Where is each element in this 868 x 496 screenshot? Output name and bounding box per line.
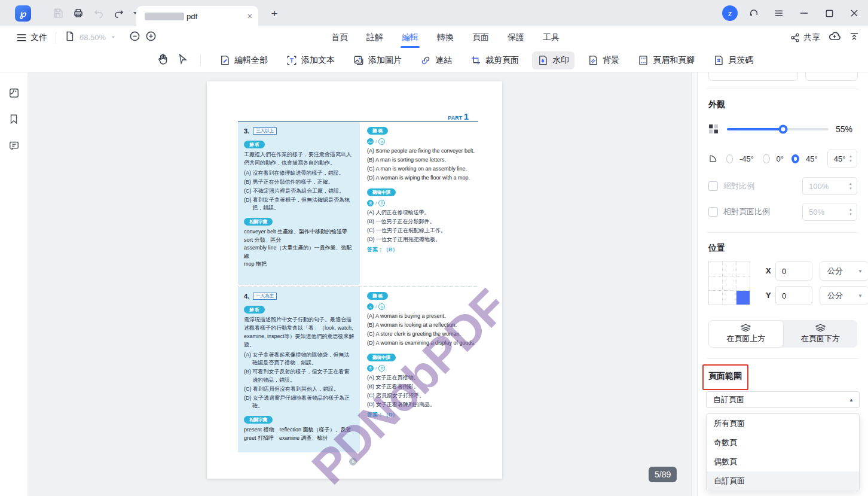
relative-scale-checkbox[interactable] [708, 207, 718, 217]
app-logo-icon[interactable]: ℘ [15, 5, 31, 22]
link-button[interactable]: 連結 [415, 51, 457, 69]
absolute-scale-checkbox[interactable] [708, 181, 718, 191]
add-text-label: 添加文本 [301, 55, 335, 66]
cloud-upload-icon[interactable] [829, 31, 841, 45]
stepper-arrows-icon[interactable]: ▲▼ [849, 182, 852, 190]
y-unit-select[interactable]: 公分▼ [820, 286, 868, 305]
question-number: 3. [244, 127, 249, 135]
translation-option: (B) 一位男子正在分類郵件。 [367, 218, 478, 226]
vocab-line: conveyer belt 生產線、製作中移動的輸送帶 [244, 228, 354, 236]
opacity-icon [708, 124, 719, 134]
vocab-badge: 相關字彙 [244, 416, 273, 424]
close-window-icon[interactable] [845, 4, 863, 22]
select-cursor-icon[interactable] [177, 53, 188, 67]
size-field-cutoff[interactable] [805, 72, 858, 81]
menu-item-custom-pages[interactable]: 自訂頁面 [707, 471, 859, 491]
divider [707, 358, 858, 359]
edit-all-button[interactable]: 編輯全部 [214, 51, 273, 69]
page-range-title: 頁面範圍 [708, 371, 857, 382]
menu-item-even-pages[interactable]: 偶數頁 [707, 452, 859, 471]
vertical-scrollbar[interactable] [691, 72, 697, 496]
above-page-button[interactable]: 在頁面上方 [708, 320, 784, 348]
rotation-radio-45[interactable] [791, 154, 799, 163]
zoom-in-icon[interactable] [145, 31, 157, 44]
y-input[interactable]: 0 [775, 286, 812, 305]
new-tab-button[interactable]: + [267, 6, 282, 22]
opacity-slider-knob[interactable] [778, 124, 787, 133]
position-grid-picker[interactable] [708, 261, 750, 305]
bates-number-button[interactable]: 貝茨碼 [708, 51, 759, 69]
user-avatar[interactable]: z [722, 5, 738, 21]
watermark-properties-panel: 外觀 55% -45° 0° 45° 45° ▲▼ [697, 72, 868, 496]
position-grid-selected-cell[interactable] [736, 291, 750, 305]
relative-scale-input[interactable]: 50% ▲▼ [802, 203, 857, 221]
rotation-radio-0[interactable] [763, 154, 769, 163]
maximize-icon[interactable] [820, 4, 838, 22]
collapse-toolbar-icon[interactable] [849, 31, 860, 44]
divider [707, 232, 858, 233]
below-page-button[interactable]: 在頁面下方 [784, 320, 858, 348]
rotation-input[interactable]: 45° ▲▼ [827, 150, 857, 168]
page-range-select[interactable]: 自訂頁面 ▲ [706, 391, 860, 408]
support-headset-icon[interactable] [745, 4, 763, 22]
crop-page-icon [470, 55, 481, 66]
undo-icon[interactable] [88, 3, 109, 23]
zoom-out-icon[interactable] [129, 31, 140, 44]
opacity-row: 55% [708, 124, 857, 134]
stepper-arrows-icon[interactable]: ▲▼ [849, 208, 852, 216]
close-tab-icon[interactable]: × [247, 11, 252, 21]
document-tab[interactable]: pdf × [136, 6, 258, 26]
tab-protect[interactable]: 保護 [506, 28, 525, 48]
tab-convert[interactable]: 轉換 [436, 28, 455, 48]
file-menu-button[interactable]: 文件 [17, 32, 47, 43]
menu-item-odd-pages[interactable]: 奇數頁 [707, 433, 859, 452]
share-button[interactable]: 共享 [790, 32, 820, 43]
opacity-slider[interactable] [727, 128, 829, 130]
below-page-label: 在頁面下方 [801, 333, 840, 344]
print-icon[interactable] [68, 3, 88, 23]
redo-icon[interactable] [109, 3, 129, 23]
document-area[interactable]: PART 1 3. 三人以上 解 析 工廠裡人們在作業的樣子，要注意會描寫出人們… [27, 72, 697, 496]
file-menu-label: 文件 [30, 32, 47, 43]
stepper-arrows-icon[interactable]: ▲▼ [849, 154, 852, 163]
rotation-angle-icon [708, 153, 717, 165]
bookmarks-panel-icon[interactable] [0, 106, 27, 132]
tab-home[interactable]: 首頁 [330, 28, 349, 48]
script-option: (B) A man is sorting some letters. [367, 156, 478, 165]
tab-page[interactable]: 頁面 [471, 28, 490, 48]
vocab-badge: 相關字彙 [244, 218, 273, 226]
watermark-label: 水印 [552, 55, 569, 66]
share-icon [790, 33, 800, 42]
header-footer-button[interactable]: 頁眉和頁腳 [632, 51, 700, 69]
menu-item-all-pages[interactable]: 所有頁面 [707, 414, 859, 433]
add-image-button[interactable]: 添加圖片 [348, 51, 407, 69]
zoom-caret-icon[interactable] [111, 35, 116, 40]
background-button[interactable]: 背景 [582, 51, 625, 69]
add-text-button[interactable]: 添加文本 [281, 51, 340, 69]
thumbnails-panel-icon[interactable] [0, 80, 27, 106]
question-number: 4. [244, 293, 249, 300]
save-icon[interactable] [48, 3, 68, 23]
hand-tool-icon[interactable] [157, 53, 169, 68]
header-footer-label: 頁眉和頁腳 [653, 55, 695, 66]
minimize-icon[interactable] [795, 4, 813, 22]
absolute-scale-input[interactable]: 100% ▲▼ [802, 177, 857, 195]
font-field-cutoff[interactable] [708, 72, 798, 81]
comments-panel-icon[interactable] [0, 132, 27, 159]
tab-tools[interactable]: 工具 [542, 28, 561, 48]
crop-page-button[interactable]: 裁剪頁面 [465, 51, 524, 69]
y-unit-value: 公分 [827, 290, 843, 301]
tab-edit[interactable]: 編輯 [401, 28, 420, 48]
add-image-label: 添加圖片 [368, 55, 402, 66]
analysis-option: (A) 女子拿著看起來像禮物的購物袋，但無法確認是否買了禮物，錯誤。 [244, 351, 354, 367]
x-unit-select[interactable]: 公分▼ [820, 261, 868, 281]
watermark-button[interactable]: 水印 [532, 51, 574, 69]
page-view-icon[interactable] [65, 31, 75, 44]
zoom-percentage[interactable]: 68.50% [80, 33, 106, 42]
x-input[interactable]: 0 [775, 261, 812, 281]
app-menu-icon[interactable] [770, 4, 788, 22]
tab-comment[interactable]: 註解 [365, 28, 384, 48]
script-option: (D) A woman is wiping the floor with a m… [367, 174, 478, 182]
rotation-radio-neg45[interactable] [726, 154, 733, 163]
layers-icon [741, 324, 751, 332]
